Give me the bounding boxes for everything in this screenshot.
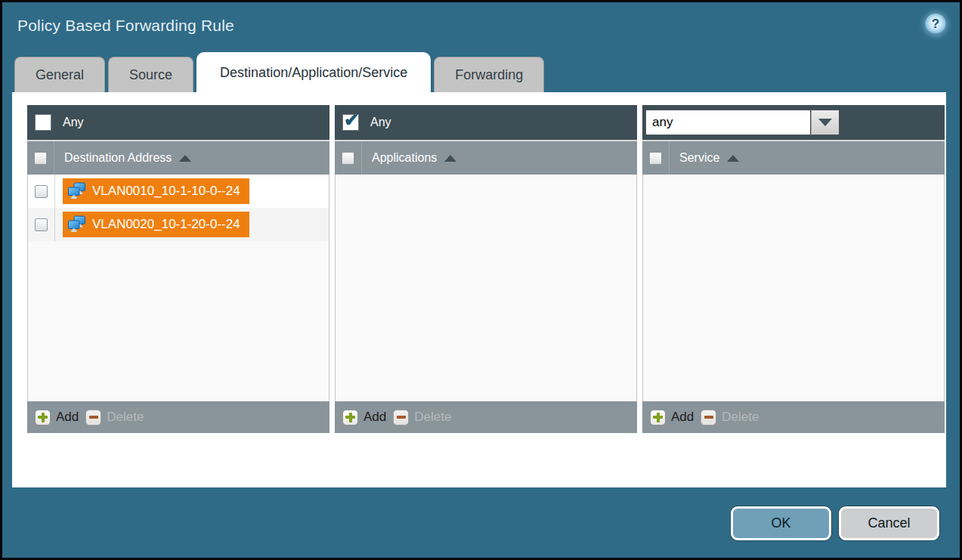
service-header: Service	[642, 140, 945, 175]
destination-address-header: Destination Address	[27, 140, 329, 175]
row-checkbox-gutter	[28, 208, 55, 241]
ok-button[interactable]: OK	[731, 506, 831, 540]
add-plus-icon	[342, 410, 358, 425]
columns-container: Any Destination Address	[27, 105, 945, 433]
service-select-all-checkbox[interactable]	[649, 152, 662, 165]
delete-button[interactable]: Delete	[85, 410, 144, 425]
dialog-titlebar: Policy Based Forwarding Rule ?	[2, 2, 960, 51]
tab-content-panel: Any Destination Address	[12, 92, 946, 487]
policy-based-forwarding-dialog: Policy Based Forwarding Rule ? General S…	[0, 0, 962, 560]
table-row[interactable]: VLAN0010_10-1-10-0--24	[28, 175, 329, 208]
tab-forwarding[interactable]: Forwarding	[434, 57, 544, 92]
destination-any-bar: Any	[27, 105, 329, 140]
delete-minus-icon	[701, 410, 716, 425]
applications-list	[335, 175, 637, 401]
tab-destination-application-service[interactable]: Destination/Application/Service	[196, 52, 431, 92]
service-list	[642, 175, 945, 401]
row-checkbox[interactable]	[35, 218, 48, 231]
service-dropdown-bar: any	[642, 105, 945, 140]
dialog-footer-buttons: OK Cancel	[731, 506, 939, 540]
add-button[interactable]: Add	[342, 410, 386, 425]
row-checkbox-gutter	[28, 175, 55, 208]
header-checkbox-gutter	[335, 141, 362, 175]
destination-any-label: Any	[63, 116, 84, 129]
destination-toolbar: Add Delete	[27, 401, 329, 433]
chevron-down-icon	[818, 119, 832, 126]
applications-any-checkbox[interactable]	[342, 114, 359, 131]
service-header-label: Service	[679, 151, 719, 165]
table-row[interactable]: VLAN0020_10-1-20-0--24	[28, 208, 329, 241]
header-checkbox-gutter	[27, 141, 54, 175]
add-button[interactable]: Add	[650, 410, 694, 425]
add-button-label: Add	[56, 410, 79, 425]
delete-minus-icon	[393, 410, 409, 425]
service-column: any Service	[642, 105, 945, 433]
applications-toolbar: Add Delete	[335, 401, 637, 433]
delete-minus-icon	[85, 410, 101, 425]
sort-asc-icon[interactable]	[179, 155, 191, 162]
cancel-button[interactable]: Cancel	[839, 506, 939, 540]
delete-button-label: Delete	[107, 410, 144, 425]
address-item-label: VLAN0010_10-1-10-0--24	[92, 184, 240, 199]
add-button-label: Add	[671, 410, 694, 425]
delete-button-label: Delete	[414, 410, 451, 425]
row-checkbox[interactable]	[35, 185, 48, 198]
applications-any-bar: Any	[335, 105, 637, 140]
address-item[interactable]: VLAN0010_10-1-10-0--24	[63, 178, 249, 204]
destination-address-header-label: Destination Address	[64, 151, 172, 165]
tab-source[interactable]: Source	[108, 57, 193, 92]
applications-select-all-checkbox[interactable]	[342, 152, 354, 165]
tab-general[interactable]: General	[14, 57, 105, 92]
add-button-label: Add	[363, 410, 386, 425]
help-icon[interactable]: ?	[925, 14, 946, 35]
service-toolbar: Add Delete	[642, 401, 945, 433]
sort-asc-icon[interactable]	[727, 155, 739, 162]
add-button[interactable]: Add	[35, 410, 79, 425]
address-item[interactable]: VLAN0020_10-1-20-0--24	[63, 212, 249, 237]
destination-address-column: Any Destination Address	[27, 105, 329, 433]
header-checkbox-gutter	[642, 141, 670, 175]
network-computers-icon	[67, 215, 86, 234]
applications-header: Applications	[335, 140, 637, 175]
service-dropdown: any	[645, 110, 840, 135]
delete-button[interactable]: Delete	[393, 410, 451, 425]
destination-any-checkbox[interactable]	[35, 114, 51, 131]
delete-button-label: Delete	[722, 410, 759, 425]
applications-column: Any Applications Add	[335, 105, 637, 433]
add-plus-icon	[35, 410, 51, 425]
dialog-title: Policy Based Forwarding Rule	[17, 17, 234, 35]
tab-bar: General Source Destination/Application/S…	[14, 52, 544, 92]
network-computers-icon	[67, 182, 86, 200]
destination-select-all-checkbox[interactable]	[34, 152, 47, 165]
sort-asc-icon[interactable]	[444, 155, 456, 162]
service-dropdown-button[interactable]	[811, 110, 840, 135]
address-item-label: VLAN0020_10-1-20-0--24	[92, 217, 240, 232]
service-dropdown-value[interactable]: any	[645, 110, 811, 135]
delete-button[interactable]: Delete	[701, 410, 759, 425]
applications-any-label: Any	[370, 116, 391, 129]
add-plus-icon	[650, 410, 666, 425]
applications-header-label: Applications	[372, 151, 437, 165]
destination-address-list: VLAN0010_10-1-10-0--24	[27, 175, 329, 401]
